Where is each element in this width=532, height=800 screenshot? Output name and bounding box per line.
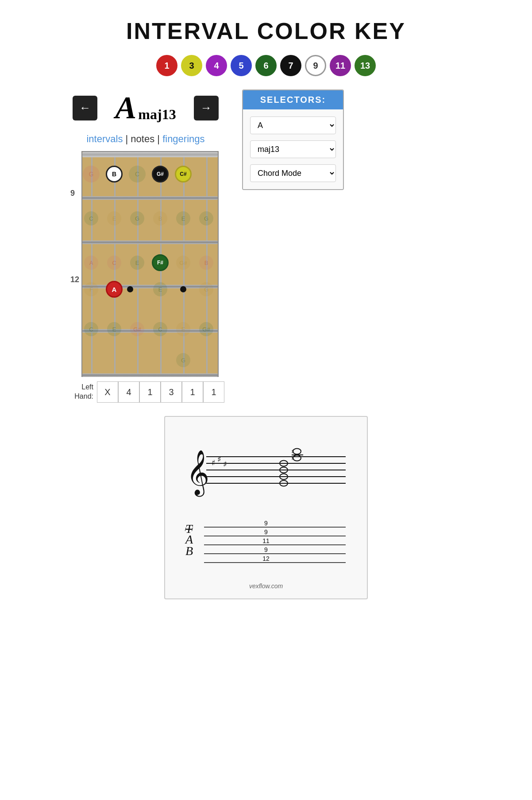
fingering-1b: 1 xyxy=(182,381,203,403)
svg-text:♯: ♯ xyxy=(291,448,294,455)
fingering-row: LeftHand: X 4 1 3 1 1 xyxy=(67,381,224,403)
fret-number-12: 12 xyxy=(70,275,79,284)
fretboard-wrap: 9 12 G xyxy=(75,151,216,377)
selectors-header: SELECTORS: xyxy=(243,90,343,109)
fret-3 xyxy=(82,285,218,288)
faded-bot2: E xyxy=(107,322,121,336)
faded-note-1: G xyxy=(83,166,100,183)
main-area: ← A maj13 → intervals | notes | fingerin… xyxy=(67,89,465,403)
faded-bot4: C xyxy=(153,322,167,336)
chord-note: A xyxy=(115,89,136,126)
faded-2a: A xyxy=(84,256,98,270)
fretboard: G E C B G# C# C E G B E G F# xyxy=(81,151,219,377)
faded-2c: E xyxy=(130,256,144,270)
interval-badge-11: 11 xyxy=(330,55,351,76)
faded-m6: G xyxy=(199,211,213,225)
notes-link: notes xyxy=(131,133,154,144)
svg-text:12: 12 xyxy=(262,555,270,562)
fingering-3: 3 xyxy=(161,381,182,403)
fret-5 xyxy=(82,373,218,377)
faded-bot6: G# xyxy=(199,322,213,336)
interval-badge-13: 13 xyxy=(355,55,376,76)
interval-badge-3: 3 xyxy=(181,55,202,76)
faded-m5: E xyxy=(176,211,190,225)
faded-bot3: G# xyxy=(130,322,144,336)
svg-text:♯: ♯ xyxy=(223,460,227,469)
next-button[interactable]: → xyxy=(194,96,219,120)
view-links: intervals | notes | fingerings xyxy=(86,133,204,145)
treble-staff-svg: 𝄞 ♯ ♯ ♯ ♯ ♯ xyxy=(182,430,350,510)
selectors-panel: SELECTORS: A A#/Bb B C C#/Db D D#/Eb E F… xyxy=(242,89,344,190)
sheet-area: 𝄞 ♯ ♯ ♯ ♯ ♯ xyxy=(164,416,368,599)
tab-staff-svg: 𝄩 T A B 9 9 11 9 12 xyxy=(182,516,350,574)
interval-badge-4: 4 xyxy=(206,55,227,76)
fingerings-link[interactable]: fingerings xyxy=(162,133,204,144)
faded-2d: G# xyxy=(176,256,190,270)
fret-0 xyxy=(82,152,218,157)
vexflow-credit: vexflow.com xyxy=(182,583,350,590)
fingering-label: LeftHand: xyxy=(67,383,93,401)
chord-title: A maj13 xyxy=(115,89,176,126)
svg-text:♯: ♯ xyxy=(212,458,216,467)
prev-button[interactable]: ← xyxy=(73,96,97,120)
interval-badge-7: 7 xyxy=(280,55,301,76)
dot-marker-2 xyxy=(180,286,186,292)
faded-m4: B xyxy=(153,211,167,225)
mode-selector[interactable]: Chord Mode Scale Mode Arpeggio Mode xyxy=(250,164,336,182)
svg-text:11: 11 xyxy=(262,537,270,544)
root-selector[interactable]: A A#/Bb B C C#/Db D D#/Eb E F F#/Gb G G#… xyxy=(250,117,336,134)
selectors-body: A A#/Bb B C C#/Db D D#/Eb E F F#/Gb G G#… xyxy=(243,109,343,189)
note-B: B xyxy=(106,166,123,183)
interval-key: 1 3 4 5 6 7 9 11 13 xyxy=(156,55,376,76)
staff-container: 𝄞 ♯ ♯ ♯ ♯ ♯ xyxy=(182,430,350,590)
note-Gsharp: G# xyxy=(152,166,169,183)
faded-m3: G xyxy=(130,211,144,225)
fret-2 xyxy=(82,241,218,244)
fingering-1: 1 xyxy=(139,381,161,403)
svg-text:9: 9 xyxy=(264,528,268,536)
faded-row4c: G xyxy=(199,282,213,296)
faded-bot5: E xyxy=(176,322,190,336)
faded-m1: C xyxy=(84,211,98,225)
svg-text:♯: ♯ xyxy=(217,455,221,464)
dot-marker-1 xyxy=(127,286,133,292)
svg-text:9: 9 xyxy=(264,520,268,527)
fret-number-9: 9 xyxy=(70,189,75,198)
chord-quality: maj13 xyxy=(138,106,176,123)
interval-badge-5: 5 xyxy=(231,55,252,76)
faded-bot1: C xyxy=(84,322,98,336)
fret-4 xyxy=(82,329,218,333)
fret-1 xyxy=(82,196,218,200)
fingering-4: 4 xyxy=(118,381,139,403)
note-A: A xyxy=(106,281,123,298)
faded-note-3: C xyxy=(129,166,146,183)
faded-m2: E xyxy=(107,211,121,225)
note-Fsharp: F# xyxy=(152,254,169,271)
faded-vbot: G xyxy=(176,353,190,367)
interval-badge-9: 9 xyxy=(305,55,326,76)
interval-badge-6: 6 xyxy=(255,55,277,76)
fingering-x: X xyxy=(97,381,118,403)
page-title: INTERVAL COLOR KEY xyxy=(126,18,406,44)
left-section: ← A maj13 → intervals | notes | fingerin… xyxy=(67,89,224,403)
svg-text:B: B xyxy=(185,544,193,558)
interval-badge-1: 1 xyxy=(156,55,177,76)
quality-selector[interactable]: maj13 maj7 maj9 maj11 7 9 11 13 m7 m9 m1… xyxy=(250,140,336,158)
faded-row4b: E xyxy=(153,282,167,296)
faded-row4a: F xyxy=(84,282,98,296)
svg-text:♯: ♯ xyxy=(291,454,294,462)
note-Csharp: C# xyxy=(175,166,192,183)
faded-2e: B xyxy=(199,256,213,270)
svg-text:𝄞: 𝄞 xyxy=(186,450,209,497)
fingering-1c: 1 xyxy=(203,381,224,403)
faded-2b: C xyxy=(107,256,121,270)
intervals-link[interactable]: intervals xyxy=(86,133,123,144)
svg-text:9: 9 xyxy=(264,546,268,553)
nav-row: ← A maj13 → xyxy=(73,89,218,126)
